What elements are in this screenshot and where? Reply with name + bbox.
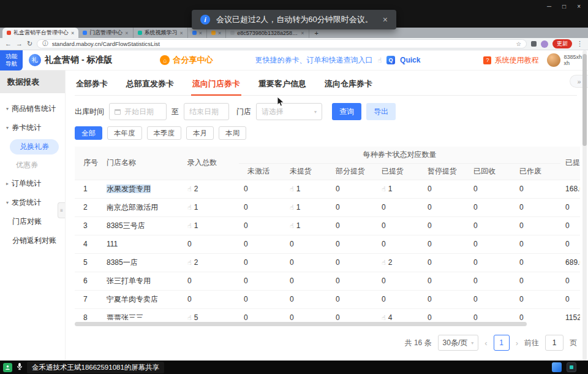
sidebar-item-active[interactable]: 兑换礼券 xyxy=(10,139,59,155)
start-date-field[interactable] xyxy=(124,107,161,116)
next-page-button[interactable]: › xyxy=(516,338,518,348)
cell-status: 0 xyxy=(423,253,469,272)
range-pill[interactable]: 本周 xyxy=(219,126,246,140)
cell-status[interactable]: ☝1 xyxy=(285,180,331,198)
function-nav-button[interactable]: 功能 导航 xyxy=(0,50,23,71)
range-pill[interactable]: 本月 xyxy=(186,126,214,140)
maximize-icon[interactable]: □ xyxy=(562,3,566,10)
table-row[interactable]: 1水果发货专用☝20☝10☝1000168.0 xyxy=(75,180,580,198)
current-page-button[interactable]: 1 xyxy=(494,335,510,351)
pointer-hand-icon: ☝ xyxy=(187,185,192,193)
pointer-hand-icon: ☝ xyxy=(290,222,294,229)
content-tab[interactable]: 重要客户信息 xyxy=(257,75,307,95)
goto-page-input[interactable] xyxy=(545,335,564,351)
bookmark-star-icon[interactable]: ☆ xyxy=(516,40,521,47)
user-menu[interactable]: 8385xh xh xyxy=(547,53,582,67)
cell-status[interactable]: ☝1 xyxy=(285,198,331,216)
cell-status[interactable]: ☝4 xyxy=(377,308,423,320)
table-row[interactable]: 2南京总部激活用☝10☝1000000 xyxy=(75,198,580,216)
tab-close-icon[interactable]: × xyxy=(125,30,128,36)
sidebar-collapse-handle[interactable]: ≡ xyxy=(58,202,65,218)
cell-total[interactable]: ☝2 xyxy=(183,253,239,272)
sidebar-group[interactable]: ▸订单统计 xyxy=(0,174,65,193)
tab-close-icon[interactable]: × xyxy=(199,30,202,36)
table-row[interactable]: 38385三号店☝10☝1000000 xyxy=(75,216,580,235)
cell-status[interactable]: ☝1 xyxy=(377,180,423,198)
end-date-field[interactable] xyxy=(189,107,224,116)
cell-total[interactable]: ☝1 xyxy=(183,198,239,216)
prev-page-button[interactable]: ‹ xyxy=(484,338,487,348)
content-tab[interactable]: 总部直发券卡 xyxy=(125,75,175,95)
page-scrollbar[interactable] xyxy=(582,50,587,361)
cell-total[interactable]: ☝1 xyxy=(183,216,239,235)
forward-icon[interactable]: → xyxy=(16,40,23,47)
search-button[interactable]: 查询 xyxy=(332,103,361,120)
cell-status: 0 xyxy=(514,235,560,253)
sidebar-item[interactable]: 分销返利对账 xyxy=(0,231,65,250)
horizontal-scrollbar[interactable] xyxy=(75,322,527,326)
tutorial-link[interactable]: ? 系统使用教程 xyxy=(483,55,538,66)
cell-status[interactable]: ☝1 xyxy=(285,216,331,235)
sidebar-group[interactable]: ▾券卡统计 xyxy=(0,118,65,137)
sidebar-group[interactable]: ▾商品销售统计 xyxy=(0,99,65,118)
cell-status: 0 xyxy=(331,216,377,235)
pointer-hand-icon: ☝ xyxy=(382,314,386,320)
page-scrollbar-thumb[interactable] xyxy=(582,54,587,146)
taskbar-icon-2[interactable] xyxy=(567,362,576,372)
sidebar-group[interactable]: ▾发货统计 xyxy=(0,193,65,212)
range-pill[interactable]: 本季度 xyxy=(147,126,182,140)
page-body: 数据报表 ▾商品销售统计▾券卡统计兑换礼券优惠券▸订单统计▾发货统计门店对账分销… xyxy=(0,71,588,361)
tab-close-icon[interactable]: × xyxy=(301,30,304,36)
browser-menu-icon[interactable]: ⋮ xyxy=(576,40,583,47)
table-row[interactable]: 58385一店☝2000☝2000689.0 xyxy=(75,253,580,272)
start-date-input[interactable] xyxy=(109,103,167,120)
store-select[interactable]: 请选择 ▾ xyxy=(256,103,322,120)
site-info-icon[interactable]: ⓘ xyxy=(42,40,48,48)
tab-favicon xyxy=(230,31,235,35)
back-icon[interactable]: ← xyxy=(5,40,12,47)
quick-link[interactable]: Quick xyxy=(400,56,420,64)
extensions-icon[interactable] xyxy=(531,41,537,47)
cell-status[interactable]: ☝2 xyxy=(377,253,423,272)
cell-total[interactable]: ☝2 xyxy=(183,180,239,198)
tab-close-icon[interactable]: × xyxy=(71,30,74,36)
share-center-link[interactable]: ⌂ 合分享中心 xyxy=(160,55,213,66)
browser-profile-avatar[interactable] xyxy=(541,40,548,48)
table-row[interactable]: 8票票张三三☝5000☝40001152 xyxy=(75,308,580,320)
cell-store: 水果发货专用 xyxy=(102,180,183,198)
tab-close-icon[interactable]: × xyxy=(180,30,183,36)
cell-status: 0 xyxy=(285,290,331,308)
arrow-down-icon: ▾ xyxy=(6,125,9,131)
chevron-down-icon: ▾ xyxy=(314,109,317,115)
browser-tab[interactable]: 门店管理中心× xyxy=(78,28,133,38)
table-row[interactable]: 6张三打单专用000000000 xyxy=(75,272,580,290)
end-date-input[interactable] xyxy=(184,103,229,120)
screen-share-bar: 金禾通技术王斌18662591081的屏幕共享 xyxy=(0,361,588,374)
close-icon[interactable]: × xyxy=(577,3,581,10)
content-tab[interactable]: 全部券卡 xyxy=(75,75,109,95)
address-bar[interactable]: ⓘ standard.maboy.cn/CardFlowStatisticsLi… xyxy=(37,39,527,48)
tab-close-icon[interactable]: × xyxy=(218,30,221,36)
range-pill[interactable]: 全部 xyxy=(75,126,102,140)
reload-icon[interactable]: ↻ xyxy=(27,40,32,47)
table-row[interactable]: 4111000000000 xyxy=(75,235,580,253)
minimize-icon[interactable]: ─ xyxy=(547,3,551,10)
sidebar-item[interactable]: 优惠券 xyxy=(0,156,65,174)
microphone-icon[interactable] xyxy=(17,362,23,373)
export-button[interactable]: 导出 xyxy=(366,103,396,120)
range-pill[interactable]: 本年度 xyxy=(107,126,142,140)
content-tab[interactable]: 流向门店券卡 xyxy=(191,75,241,96)
browser-update-button[interactable]: 更新 xyxy=(552,39,572,48)
sidebar-item[interactable]: 门店对账 xyxy=(0,212,65,231)
browser-tab[interactable]: 礼盒营销平台管理中心× xyxy=(2,28,78,38)
cell-total[interactable]: ☝5 xyxy=(183,308,239,320)
browser-tab[interactable]: 系统视频学习× xyxy=(134,28,188,38)
taskbar-icon-1[interactable] xyxy=(552,362,562,372)
toast-close-icon[interactable]: × xyxy=(383,15,388,25)
sidebar: 数据报表 ▾商品销售统计▾券卡统计兑换礼券优惠券▸订单统计▾发货统计门店对账分销… xyxy=(0,71,66,361)
content-tab[interactable]: 流向仓库券卡 xyxy=(323,75,374,95)
page-size-select[interactable]: 30条/页 ▾ xyxy=(438,335,479,351)
table-row[interactable]: 7宁夏羊肉专卖店000000000 xyxy=(75,290,580,308)
quick-badge-icon: Q xyxy=(386,56,395,64)
quick-entry-tip[interactable]: 更快捷的券卡、订单和快递查询入口 xyxy=(255,55,372,66)
